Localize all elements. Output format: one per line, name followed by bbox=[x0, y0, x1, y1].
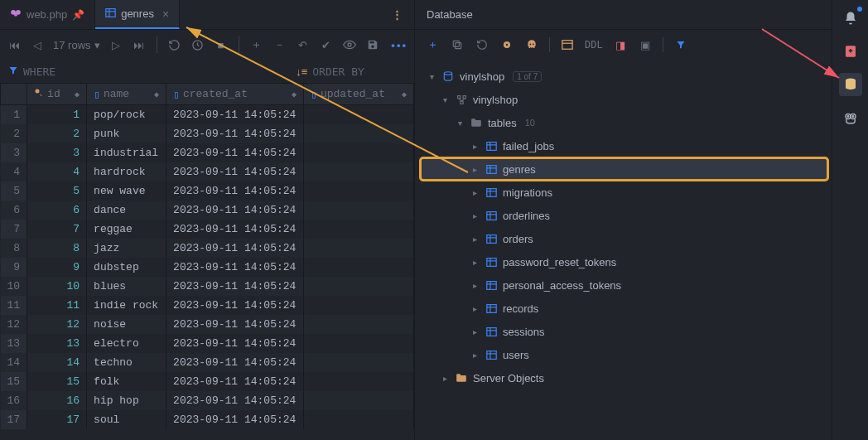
save-icon[interactable] bbox=[365, 37, 380, 52]
column-header-name[interactable]: ▯ name ◆ bbox=[87, 84, 166, 105]
cell-updated-at[interactable] bbox=[304, 220, 414, 239]
diagnostic-icon[interactable] bbox=[499, 37, 514, 52]
cell-updated-at[interactable] bbox=[304, 181, 414, 201]
tree-table-sessions[interactable]: ▸sessions bbox=[420, 320, 828, 343]
skull-icon[interactable] bbox=[524, 37, 539, 52]
cell-created-at[interactable]: 2023-09-11 14:05:24 bbox=[166, 334, 304, 353]
preview-icon[interactable] bbox=[342, 37, 357, 52]
table-row[interactable]: 22punk2023-09-11 14:05:24 bbox=[1, 124, 414, 143]
chevron-right-icon[interactable]: ▸ bbox=[470, 165, 480, 174]
cell-id[interactable]: 13 bbox=[27, 334, 87, 353]
cell-created-at[interactable]: 2023-09-11 14:05:24 bbox=[166, 353, 304, 372]
cell-created-at[interactable]: 2023-09-11 14:05:24 bbox=[166, 181, 304, 201]
table-row[interactable]: 55new wave2023-09-11 14:05:24 bbox=[1, 181, 414, 201]
cell-id[interactable]: 8 bbox=[27, 239, 87, 258]
table-row[interactable]: 33industrial2023-09-11 14:05:24 bbox=[1, 143, 414, 162]
tree-table-personal-access-tokens[interactable]: ▸personal_access_tokens bbox=[420, 273, 828, 297]
compare-icon[interactable]: ◨ bbox=[613, 37, 628, 52]
cell-name[interactable]: techno bbox=[87, 353, 166, 372]
tabs-overflow-icon[interactable]: ⋮ bbox=[380, 0, 414, 29]
tree-table-migrations[interactable]: ▸migrations bbox=[420, 181, 828, 204]
cell-name[interactable]: soul bbox=[87, 410, 166, 429]
jump-to-console-icon[interactable] bbox=[560, 37, 575, 52]
cell-id[interactable]: 2 bbox=[27, 124, 87, 143]
refresh-icon[interactable] bbox=[167, 37, 182, 52]
cell-id[interactable]: 14 bbox=[27, 353, 87, 372]
row-count[interactable]: 17 rows ▾ bbox=[53, 39, 100, 51]
chevron-right-icon[interactable]: ▸ bbox=[470, 304, 480, 313]
cell-created-at[interactable]: 2023-09-11 14:05:24 bbox=[166, 201, 304, 220]
data-grid[interactable]: id ◆ ▯ name ◆ bbox=[0, 83, 414, 440]
cell-name[interactable]: pop/rock bbox=[87, 105, 166, 124]
cell-created-at[interactable]: 2023-09-11 14:05:24 bbox=[166, 315, 304, 334]
add-row-icon[interactable]: ＋ bbox=[249, 37, 264, 52]
next-page-icon[interactable]: ▷ bbox=[108, 37, 123, 52]
query-console-icon[interactable]: ▣ bbox=[638, 37, 653, 52]
chevron-right-icon[interactable]: ▸ bbox=[470, 235, 480, 244]
chevron-right-icon[interactable]: ▸ bbox=[470, 258, 480, 267]
table-row[interactable]: 1313electro2023-09-11 14:05:24 bbox=[1, 334, 414, 353]
cell-updated-at[interactable] bbox=[304, 391, 414, 410]
tree-server-objects[interactable]: ▸ Server Objects bbox=[420, 366, 828, 389]
cell-name[interactable]: indie rock bbox=[87, 296, 166, 315]
cell-name[interactable]: hardrock bbox=[87, 162, 166, 181]
cell-updated-at[interactable] bbox=[304, 201, 414, 220]
toolbar-more-icon[interactable]: ••• bbox=[391, 39, 407, 51]
database-tree[interactable]: ▾ vinylshop 1 of 7 ▾ vinylshop ▾ tabl bbox=[415, 60, 832, 440]
chevron-down-icon[interactable]: ▾ bbox=[427, 72, 436, 81]
table-row[interactable]: 1212noise2023-09-11 14:05:24 bbox=[1, 315, 414, 334]
ddl-button[interactable]: DDL bbox=[585, 39, 603, 51]
tree-table-orderlines[interactable]: ▸orderlines bbox=[420, 204, 828, 227]
close-icon[interactable]: × bbox=[162, 7, 169, 21]
cell-created-at[interactable]: 2023-09-11 14:05:24 bbox=[166, 258, 304, 277]
table-row[interactable]: 99dubstep2023-09-11 14:05:24 bbox=[1, 258, 414, 277]
cell-created-at[interactable]: 2023-09-11 14:05:24 bbox=[166, 410, 304, 429]
where-clause[interactable]: WHERE bbox=[8, 65, 55, 78]
cell-id[interactable]: 3 bbox=[27, 143, 87, 162]
cell-updated-at[interactable] bbox=[304, 296, 414, 315]
cell-id[interactable]: 12 bbox=[27, 315, 87, 334]
chevron-right-icon[interactable]: ▸ bbox=[470, 211, 480, 220]
tree-table-records[interactable]: ▸records bbox=[420, 297, 828, 320]
tree-table-users[interactable]: ▸users bbox=[420, 343, 828, 366]
cell-name[interactable]: blues bbox=[87, 277, 166, 296]
cell-created-at[interactable]: 2023-09-11 14:05:24 bbox=[166, 143, 304, 162]
copy-icon[interactable] bbox=[450, 37, 465, 52]
cell-updated-at[interactable] bbox=[304, 410, 414, 429]
cell-created-at[interactable]: 2023-09-11 14:05:24 bbox=[166, 372, 304, 391]
cell-updated-at[interactable] bbox=[304, 124, 414, 143]
submit-icon[interactable]: ✔ bbox=[319, 37, 334, 52]
cell-id[interactable]: 4 bbox=[27, 162, 87, 181]
table-row[interactable]: 77reggae2023-09-11 14:05:24 bbox=[1, 220, 414, 239]
cell-updated-at[interactable] bbox=[304, 162, 414, 181]
add-datasource-icon[interactable]: ＋ bbox=[425, 37, 440, 52]
cell-created-at[interactable]: 2023-09-11 14:05:24 bbox=[166, 277, 304, 296]
table-row[interactable]: 1616hip hop2023-09-11 14:05:24 bbox=[1, 391, 414, 410]
stop-icon[interactable]: ■ bbox=[214, 37, 229, 52]
cell-name[interactable]: jazz bbox=[87, 239, 166, 258]
tree-datasource[interactable]: ▾ vinylshop 1 of 7 bbox=[420, 65, 828, 88]
orderby-clause[interactable]: ↓≡ ORDER BY bbox=[296, 65, 364, 78]
cell-id[interactable]: 5 bbox=[27, 181, 87, 201]
chevron-right-icon[interactable]: ▸ bbox=[470, 142, 480, 151]
first-page-icon[interactable]: ⏮ bbox=[7, 37, 22, 52]
table-row[interactable]: 66dance2023-09-11 14:05:24 bbox=[1, 201, 414, 220]
table-row[interactable]: 44hardrock2023-09-11 14:05:24 bbox=[1, 162, 414, 181]
cell-name[interactable]: electro bbox=[87, 334, 166, 353]
cell-name[interactable]: dance bbox=[87, 201, 166, 220]
cell-updated-at[interactable] bbox=[304, 143, 414, 162]
cell-name[interactable]: dubstep bbox=[87, 258, 166, 277]
cell-id[interactable]: 16 bbox=[27, 391, 87, 410]
cell-id[interactable]: 6 bbox=[27, 201, 87, 220]
rownum-header[interactable] bbox=[1, 84, 27, 105]
cell-updated-at[interactable] bbox=[304, 105, 414, 124]
cell-created-at[interactable]: 2023-09-11 14:05:24 bbox=[166, 239, 304, 258]
tree-tables-group[interactable]: ▾ tables 10 bbox=[420, 111, 828, 134]
tree-table-password-reset-tokens[interactable]: ▸password_reset_tokens bbox=[420, 250, 828, 273]
cell-created-at[interactable]: 2023-09-11 14:05:24 bbox=[166, 391, 304, 410]
copilot-icon[interactable] bbox=[839, 106, 862, 129]
cell-created-at[interactable]: 2023-09-11 14:05:24 bbox=[166, 220, 304, 239]
bookmarks-icon[interactable] bbox=[839, 40, 862, 63]
cell-updated-at[interactable] bbox=[304, 315, 414, 334]
cell-id[interactable]: 7 bbox=[27, 220, 87, 239]
